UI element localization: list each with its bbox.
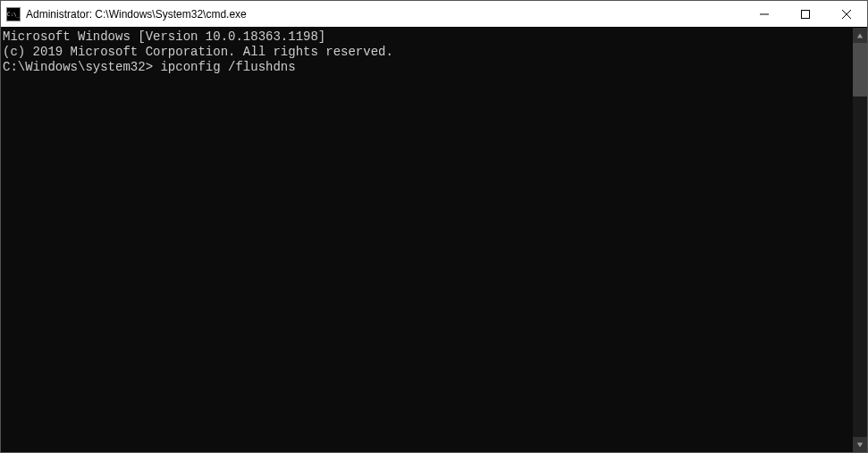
scroll-track[interactable] bbox=[853, 43, 867, 437]
prompt-line: C:\Windows\system32> ipconfig /flushdns bbox=[3, 60, 853, 75]
scroll-thumb[interactable] bbox=[853, 43, 867, 96]
output-line: (c) 2019 Microsoft Corporation. All righ… bbox=[3, 45, 853, 60]
minimize-button[interactable] bbox=[744, 1, 785, 27]
cmd-window: Administrator: C:\Windows\System32\cmd.e… bbox=[0, 0, 868, 453]
maximize-button[interactable] bbox=[785, 1, 826, 27]
cmd-icon bbox=[6, 7, 21, 21]
scroll-down-arrow-icon[interactable] bbox=[853, 437, 867, 452]
output-line: Microsoft Windows [Version 10.0.18363.11… bbox=[3, 29, 853, 45]
window-controls bbox=[744, 1, 867, 27]
titlebar[interactable]: Administrator: C:\Windows\System32\cmd.e… bbox=[1, 1, 867, 28]
vertical-scrollbar[interactable] bbox=[853, 28, 867, 452]
prompt: C:\Windows\system32> bbox=[3, 60, 153, 75]
terminal-output[interactable]: Microsoft Windows [Version 10.0.18363.11… bbox=[1, 28, 853, 452]
command-input[interactable]: ipconfig /flushdns bbox=[153, 60, 296, 75]
svg-rect-1 bbox=[802, 10, 810, 18]
svg-marker-5 bbox=[857, 442, 863, 447]
window-title: Administrator: C:\Windows\System32\cmd.e… bbox=[26, 8, 744, 21]
close-button[interactable] bbox=[826, 1, 867, 27]
scroll-up-arrow-icon[interactable] bbox=[853, 28, 867, 43]
cursor bbox=[296, 71, 303, 72]
client-area: Microsoft Windows [Version 10.0.18363.11… bbox=[1, 28, 867, 452]
svg-marker-4 bbox=[857, 33, 863, 38]
